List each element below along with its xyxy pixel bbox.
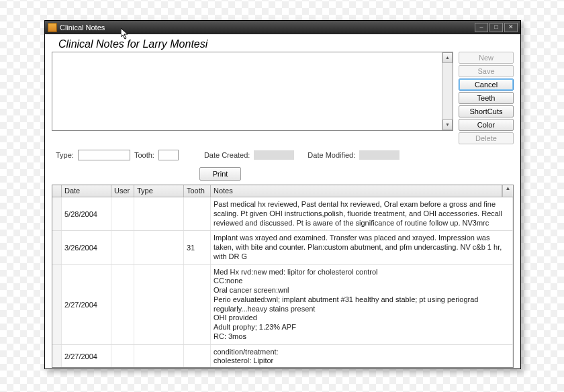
- shortcuts-button[interactable]: ShortCuts: [459, 105, 514, 117]
- cell-date: 5/28/2004: [62, 197, 111, 230]
- grid-header-type[interactable]: Type: [134, 185, 184, 197]
- scroll-down-icon[interactable]: ▼: [442, 119, 453, 130]
- table-row[interactable]: 2/27/2004Med Hx rvd:new med: lipitor for…: [52, 265, 513, 345]
- cell-user: [111, 345, 134, 368]
- grid-body[interactable]: 5/28/2004Past medical hx reviewed, Past …: [52, 197, 513, 367]
- row-header: [52, 345, 62, 368]
- cell-type: [134, 345, 184, 368]
- row-header: [52, 265, 62, 344]
- maximize-button[interactable]: □: [489, 23, 503, 32]
- client-area: Clinical Notes for Larry Montesi ▲ ▼ New…: [45, 34, 520, 369]
- grid-header-notes[interactable]: Notes: [211, 185, 502, 197]
- date-created-label: Date Created:: [204, 151, 250, 159]
- grid-header: Date User Type Tooth Notes ▲: [52, 185, 513, 197]
- cancel-button[interactable]: Cancel: [459, 79, 514, 91]
- scroll-up-icon[interactable]: ▲: [442, 52, 453, 63]
- minimize-button[interactable]: –: [475, 23, 488, 32]
- titlebar[interactable]: Clinical Notes – □ ✕: [45, 21, 520, 34]
- grid-header-date[interactable]: Date: [62, 185, 111, 197]
- cell-type: [134, 197, 184, 230]
- table-row[interactable]: 3/26/200431Implant was xrayed and examin…: [52, 231, 513, 264]
- cell-notes: Past medical hx reviewed, Past dental hx…: [211, 197, 513, 230]
- app-icon: [48, 23, 57, 32]
- cell-user: [111, 197, 134, 230]
- cell-type: [134, 265, 184, 344]
- table-row[interactable]: 5/28/2004Past medical hx reviewed, Past …: [52, 197, 513, 231]
- teeth-button[interactable]: Teeth: [459, 92, 514, 104]
- cell-notes: Med Hx rvd:new med: lipitor for choleste…: [211, 265, 513, 344]
- cell-user: [111, 231, 134, 264]
- note-editor-textarea[interactable]: ▲ ▼: [52, 52, 453, 131]
- editor-scrollbar[interactable]: ▲ ▼: [442, 52, 453, 130]
- delete-button[interactable]: Delete: [459, 132, 514, 144]
- save-button[interactable]: Save: [459, 65, 514, 77]
- close-button[interactable]: ✕: [504, 23, 518, 32]
- grid-header-tooth[interactable]: Tooth: [184, 185, 211, 197]
- cell-date: 2/27/2004: [62, 265, 111, 344]
- action-button-panel: New Save Cancel Teeth ShortCuts Color De…: [459, 52, 514, 144]
- fields-row: Type: Tooth: Date Created: Date Modified…: [56, 150, 514, 160]
- grid-header-user[interactable]: User: [111, 185, 134, 197]
- row-header: [52, 197, 62, 230]
- new-button[interactable]: New: [459, 52, 514, 64]
- cell-date: 3/26/2004: [62, 231, 111, 264]
- cell-tooth: [184, 345, 211, 368]
- table-row[interactable]: 2/27/2004condition/treatment: cholestero…: [52, 345, 513, 368]
- window-title: Clinical Notes: [60, 23, 105, 32]
- date-modified-value: [359, 150, 399, 160]
- notes-grid: Date User Type Tooth Notes ▲ 5/28/2004Pa…: [52, 185, 514, 368]
- grid-scroll-up-icon[interactable]: ▲: [502, 185, 513, 197]
- row-header: [52, 231, 62, 264]
- type-label: Type:: [56, 151, 74, 159]
- color-button[interactable]: Color: [459, 119, 514, 131]
- cell-date: 2/27/2004: [62, 345, 111, 368]
- grid-header-rowhead: [52, 185, 62, 197]
- cell-notes: Implant was xrayed and examined. Transfe…: [211, 231, 513, 264]
- date-modified-label: Date Modified:: [308, 151, 355, 159]
- cell-tooth: [184, 197, 211, 230]
- type-field[interactable]: [78, 150, 130, 160]
- cell-tooth: [184, 265, 211, 344]
- date-created-value: [254, 150, 294, 160]
- clinical-notes-window: Clinical Notes – □ ✕ Clinical Notes for …: [44, 20, 521, 369]
- page-title: Clinical Notes for Larry Montesi: [58, 38, 514, 50]
- cell-notes: condition/treatment: cholesterol: Lipito…: [211, 345, 513, 368]
- tooth-field[interactable]: [158, 150, 179, 160]
- cell-user: [111, 265, 134, 344]
- cell-tooth: 31: [184, 231, 211, 264]
- cell-type: [134, 231, 184, 264]
- tooth-label: Tooth:: [134, 151, 154, 159]
- print-button[interactable]: Print: [199, 167, 241, 181]
